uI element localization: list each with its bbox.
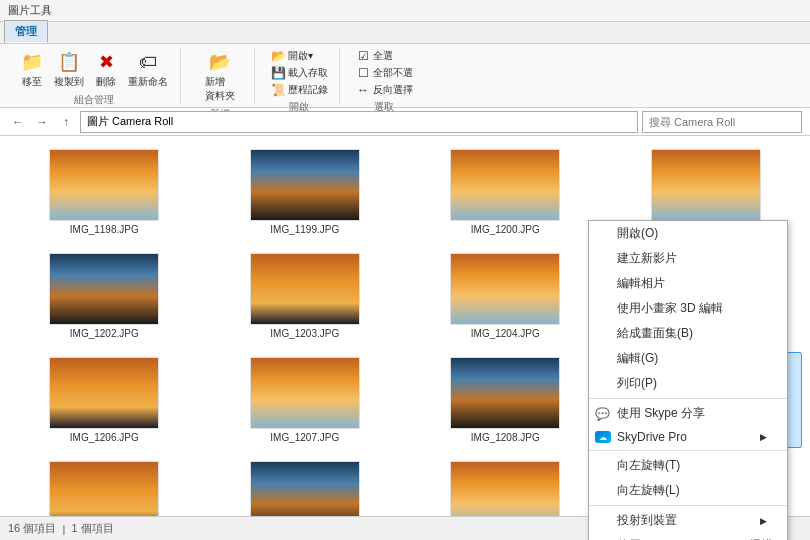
history-button[interactable]: 📜 歷程記錄 (267, 82, 331, 98)
context-menu-item-label: 向左旋轉(T) (617, 457, 680, 474)
context-menu-item[interactable]: 使用小畫家 3D 編輯 (589, 296, 787, 321)
ribbon: 管理 📁 移至 📋 複製到 ✖ 刪除 🏷 重新命名 (0, 22, 810, 108)
context-menu-item[interactable]: 向左旋轉(T) (589, 453, 787, 478)
photo-image (50, 358, 158, 428)
context-menu-item-label: 編輯(G) (617, 350, 658, 367)
delete-button[interactable]: ✖ 刪除 (90, 48, 122, 91)
ribbon-tab-manage[interactable]: 管理 (4, 20, 48, 43)
move-to-button[interactable]: 📁 移至 (16, 48, 48, 91)
submenu-arrow-icon: ▶ (760, 432, 767, 442)
photo-image (451, 150, 559, 220)
photo-thumb (651, 149, 761, 221)
address-input[interactable] (80, 111, 638, 133)
skydrive-icon: ☁ (595, 431, 611, 443)
invert-select-button[interactable]: ↔ 反向選擇 (352, 82, 416, 98)
invert-select-icon: ↔ (355, 83, 371, 97)
context-menu-item[interactable]: 向左旋轉(L) (589, 478, 787, 503)
photo-image (652, 150, 760, 220)
photo-thumb (450, 149, 560, 221)
photo-image (251, 150, 359, 220)
select-all-label: 全選 (373, 49, 393, 63)
load-save-label: 載入存取 (288, 66, 328, 80)
submenu-arrow-icon: ▶ (760, 516, 767, 526)
copy-to-icon: 📋 (57, 50, 81, 74)
back-button[interactable]: ← (8, 112, 28, 132)
photo-image (50, 254, 158, 324)
context-menu-item-label: 列印(P) (617, 375, 657, 392)
delete-label: 刪除 (96, 75, 116, 89)
search-input[interactable] (642, 111, 802, 133)
photo-image (251, 358, 359, 428)
context-menu-separator (589, 450, 787, 451)
context-menu-item-label: 建立新影片 (617, 250, 677, 267)
photo-image (451, 358, 559, 428)
photo-image (451, 254, 559, 324)
context-menu-item-label: 投射到裝置 (617, 512, 677, 529)
load-save-button[interactable]: 💾 載入存取 (267, 65, 331, 81)
photo-image (50, 150, 158, 220)
context-menu-item[interactable]: 列印(P) (589, 371, 787, 396)
photo-item[interactable]: IMG_1208.JPG (409, 352, 602, 448)
select-all-icon: ☑ (355, 49, 371, 63)
history-label: 歷程記錄 (288, 83, 328, 97)
select-none-button[interactable]: ☐ 全部不選 (352, 65, 416, 81)
open-label: 開啟▾ (288, 49, 313, 63)
new-folder-icon: 📂 (208, 50, 232, 74)
history-icon: 📜 (270, 83, 286, 97)
photo-item[interactable]: IMG_1198.JPG (8, 144, 201, 240)
photo-thumb (250, 461, 360, 516)
copy-to-label: 複製到 (54, 75, 84, 89)
photo-item[interactable]: IMG_1207.JPG (209, 352, 402, 448)
photo-item[interactable]: IMG_1203.JPG (209, 248, 402, 344)
photo-item[interactable]: IMG_1211.JPG (209, 456, 402, 516)
rename-button[interactable]: 🏷 重新命名 (124, 48, 172, 91)
photo-item[interactable]: IMG_1202.JPG (8, 248, 201, 344)
photo-label: IMG_1207.JPG (270, 432, 339, 443)
forward-button[interactable]: → (32, 112, 52, 132)
ribbon-group-organize: 📁 移至 📋 複製到 ✖ 刪除 🏷 重新命名 組合管理 (8, 48, 181, 104)
title-bar: 圖片工具 (0, 0, 810, 22)
context-menu-item[interactable]: 建立新影片 (589, 246, 787, 271)
copy-to-button[interactable]: 📋 複製到 (50, 48, 88, 91)
photo-thumb (450, 253, 560, 325)
new-folder-button[interactable]: 📂 新增資料夾 (201, 48, 239, 105)
context-menu-item[interactable]: ☁SkyDrive Pro▶ (589, 426, 787, 448)
rename-icon: 🏷 (136, 50, 160, 74)
select-all-button[interactable]: ☑ 全選 (352, 48, 416, 64)
context-menu-item[interactable]: 編輯(G) (589, 346, 787, 371)
context-menu-item[interactable]: 編輯相片 (589, 271, 787, 296)
ribbon-content: 📁 移至 📋 複製到 ✖ 刪除 🏷 重新命名 組合管理 (0, 44, 810, 108)
move-to-icon: 📁 (20, 50, 44, 74)
context-menu-item[interactable]: 開啟(O) (589, 221, 787, 246)
photo-item[interactable]: IMG_1210.JPG (8, 456, 201, 516)
photo-item[interactable]: IMG_1206.JPG (8, 352, 201, 448)
photo-thumb (250, 149, 360, 221)
photo-thumb (49, 253, 159, 325)
invert-select-label: 反向選擇 (373, 83, 413, 97)
ribbon-tabs: 管理 (0, 22, 810, 44)
context-menu-item[interactable]: 投射到裝置▶ (589, 508, 787, 533)
photo-thumb (250, 253, 360, 325)
photo-thumb (49, 461, 159, 516)
open-button[interactable]: 📂 開啟▾ (267, 48, 331, 64)
photo-image (50, 462, 158, 516)
context-menu-item[interactable]: 💬使用 Skype 分享 (589, 401, 787, 426)
select-none-icon: ☐ (355, 66, 371, 80)
ribbon-group-open: 📂 開啟▾ 💾 載入存取 📜 歷程記錄 開啟 (259, 48, 340, 104)
select-none-label: 全部不選 (373, 66, 413, 80)
photo-thumb (450, 461, 560, 516)
photo-item[interactable]: IMG_1204.JPG (409, 248, 602, 344)
context-menu-item-label: 使用 Skype 分享 (617, 405, 705, 422)
photo-item[interactable]: IMG_1199.JPG (209, 144, 402, 240)
ribbon-group-select: ☑ 全選 ☐ 全部不選 ↔ 反向選擇 選取 (344, 48, 424, 104)
context-menu-item[interactable]: 使用 Microsoft Defender 掃描... (589, 533, 787, 540)
photo-item[interactable]: IMG_1200.JPG (409, 144, 602, 240)
context-menu-item[interactable]: 給成畫面集(B) (589, 321, 787, 346)
photo-label: IMG_1200.JPG (471, 224, 540, 235)
rename-label: 重新命名 (128, 75, 168, 89)
ribbon-select-col: ☑ 全選 ☐ 全部不選 ↔ 反向選擇 (352, 48, 416, 98)
up-button[interactable]: ↑ (56, 112, 76, 132)
photo-thumb (250, 357, 360, 429)
photo-label: IMG_1198.JPG (70, 224, 139, 235)
photo-item[interactable]: IMG_1212.JPG (409, 456, 602, 516)
